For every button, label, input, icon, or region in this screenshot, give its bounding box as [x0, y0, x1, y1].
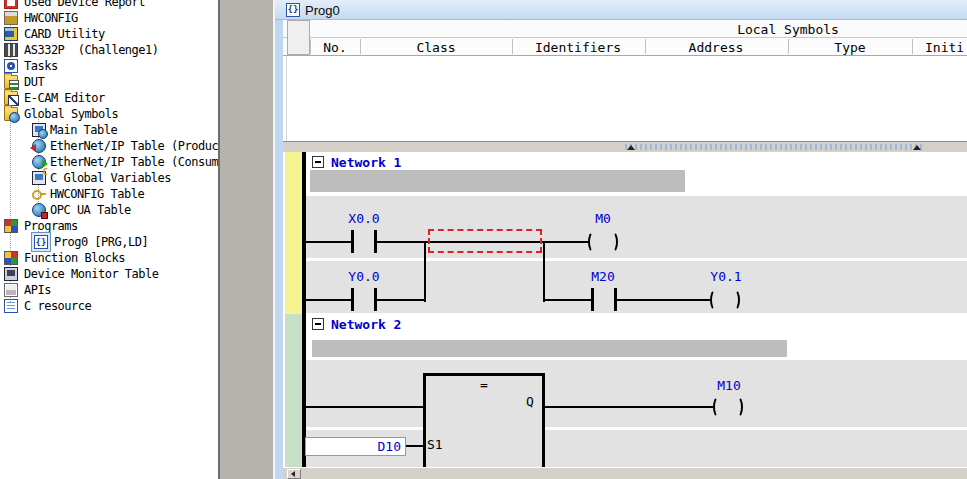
sidebar-item-ethernet-ip-produced[interactable]: EtherNet/IP Table (Produced [0, 138, 218, 154]
ladder-program-icon [286, 3, 300, 17]
wire [545, 406, 713, 408]
block-operand-field[interactable]: D10 [305, 437, 406, 456]
coil-m0[interactable] [588, 231, 618, 253]
column-separator[interactable] [310, 39, 311, 54]
sidebar-item-hwconfig[interactable]: HWCONFIG [0, 10, 218, 26]
table-corner-cell[interactable] [287, 20, 310, 55]
sidebar-item-label: C Global Variables [50, 171, 171, 185]
sidebar-item-c-global-variables[interactable]: C Global Variables [0, 170, 218, 186]
column-separator[interactable] [912, 39, 913, 54]
sidebar-item-label: AS332P (Challenge1) [24, 43, 159, 57]
contact-bar [351, 288, 354, 311]
sidebar-item-apis[interactable]: APIs [0, 282, 218, 298]
sidebar-item-tasks[interactable]: Tasks [0, 58, 218, 74]
panel-divider[interactable] [218, 0, 275, 479]
contact-x0-0[interactable] [351, 230, 377, 253]
ladder-editor[interactable]: Network 1 X0.0 M0 Y0.0 M20 Y0.1 [283, 152, 967, 467]
used-device-report-icon [4, 0, 18, 9]
sidebar-item-hwconfig-table[interactable]: HWCONFIG Table [0, 186, 218, 202]
sidebar-item-function-blocks[interactable]: Function Blocks [0, 250, 218, 266]
sidebar-item-prog0[interactable]: Prog0 [PRG,LD] [0, 234, 218, 250]
hwconfig-table-icon [32, 187, 46, 201]
local-symbols-title: Local Symbols [737, 22, 839, 37]
collapse-up-icon[interactable] [627, 145, 635, 150]
table-ladder-splitter[interactable] [283, 141, 967, 152]
network1-comment-bar[interactable] [310, 170, 685, 192]
sidebar-item-label: OPC UA Table [50, 203, 131, 217]
ethernet-ip-produced-icon [32, 139, 46, 153]
block-output-pin: Q [526, 394, 534, 409]
wire [306, 241, 351, 243]
splitter-handle[interactable] [625, 144, 925, 150]
column-header-identifiers[interactable]: Identifiers [535, 40, 621, 55]
sidebar-item-dut[interactable]: DUT [0, 74, 218, 90]
sidebar-item-ethernet-ip-consumed[interactable]: EtherNet/IP Table (Consumed [0, 154, 218, 170]
sidebar-item-c-resource[interactable]: C resource [0, 298, 218, 314]
sidebar-item-label: E-CAM Editor [24, 91, 105, 105]
prog0-titlebar[interactable]: Prog0 [275, 0, 967, 20]
local-symbols-table: Local Symbols No. Class Identifiers Addr… [283, 20, 967, 141]
ladder-horizontal-scrollbar[interactable] [283, 467, 967, 479]
sidebar-item-opc-ua-table[interactable]: OPC UA Table [0, 202, 218, 218]
sidebar-item-card-utility[interactable]: CARD Utility [0, 26, 218, 42]
network1-collapse-button[interactable] [312, 156, 324, 168]
sidebar-item-global-symbols[interactable]: Global Symbols [0, 106, 218, 122]
column-header-address[interactable]: Address [689, 40, 744, 55]
sidebar-item-label: Programs [24, 219, 78, 233]
wire [406, 445, 423, 447]
coil-arc [588, 231, 599, 253]
network2-label: Network 2 [331, 317, 401, 332]
sidebar-item-label: Main Table [50, 123, 117, 137]
coil-m10[interactable] [713, 396, 743, 418]
sidebar-item-label: HWCONFIG [24, 11, 78, 25]
scroll-left-button[interactable] [287, 469, 301, 479]
local-symbols-title-row: Local Symbols [283, 20, 967, 38]
coil-y0-1[interactable] [710, 289, 740, 311]
selection-cursor[interactable] [428, 229, 542, 253]
sidebar-item-main-table[interactable]: Main Table [0, 122, 218, 138]
column-header-initial[interactable]: Initi [925, 40, 964, 55]
network2-margin[interactable] [285, 314, 302, 467]
coil-m0-label: M0 [573, 211, 633, 226]
sidebar-item-label: Used Device Report [24, 0, 145, 9]
column-separator[interactable] [645, 39, 646, 54]
column-separator[interactable] [788, 39, 789, 54]
column-header-no[interactable]: No. [323, 40, 346, 55]
hwconfig-icon [4, 11, 18, 25]
collapse-up-icon[interactable] [913, 145, 921, 150]
device-monitor-icon [4, 267, 18, 281]
programs-icon [4, 219, 18, 233]
sidebar-item-programs[interactable]: Programs [0, 218, 218, 234]
coil-arc [713, 396, 724, 418]
network2-collapse-button[interactable] [312, 318, 324, 330]
ladder-program-icon [34, 235, 48, 249]
sidebar-item-device-monitor-table[interactable]: Device Monitor Table [0, 266, 218, 282]
contact-y0-0[interactable] [351, 288, 377, 311]
card-utility-icon [4, 27, 18, 41]
column-header-class[interactable]: Class [416, 40, 455, 55]
contact-y0-0-label: Y0.0 [334, 269, 394, 284]
sidebar-item-label: CARD Utility [24, 27, 105, 41]
coil-arc [710, 289, 721, 311]
tasks-icon [4, 59, 18, 73]
network2-comment-bar[interactable] [312, 340, 787, 357]
sidebar-item-as332p[interactable]: AS332P (Challenge1) [0, 42, 218, 58]
contact-bar [591, 288, 594, 311]
function-blocks-icon [4, 251, 18, 265]
sidebar-item-label: Device Monitor Table [24, 267, 159, 281]
plc-module-icon [4, 43, 18, 57]
sidebar-item-ecam-editor[interactable]: E-CAM Editor [0, 90, 218, 106]
column-separator[interactable] [512, 39, 513, 54]
contact-m20[interactable] [591, 288, 617, 311]
network1-margin[interactable] [285, 152, 302, 314]
column-separator[interactable] [360, 39, 361, 54]
coil-y0-1-label: Y0.1 [696, 269, 756, 284]
sidebar-item-used-device-report[interactable]: Used Device Report [0, 0, 218, 10]
dut-folder-icon [4, 75, 18, 89]
ladder-row-background [306, 261, 967, 313]
column-header-type[interactable]: Type [834, 40, 865, 55]
project-tree-panel: Used Device Report HWCONFIG CARD Utility… [0, 0, 218, 479]
contact-bar [351, 230, 354, 253]
opc-ua-table-icon [32, 203, 46, 217]
coil-m10-label: M10 [699, 378, 759, 393]
